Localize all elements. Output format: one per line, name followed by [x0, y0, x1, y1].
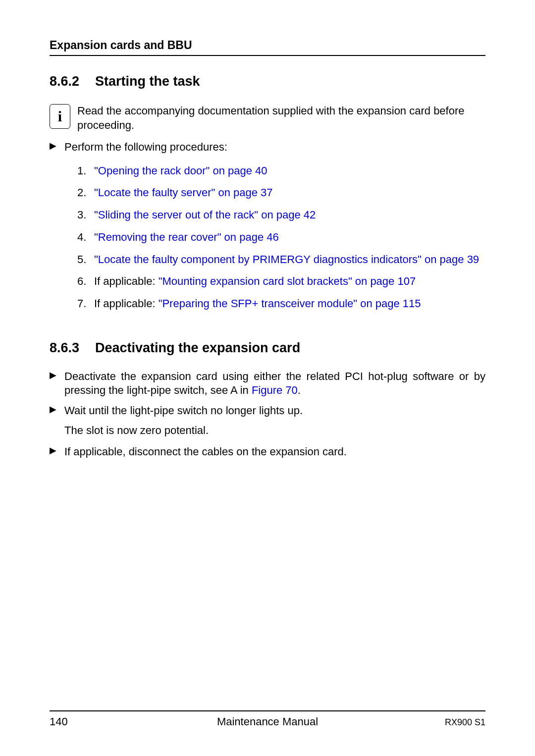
step-disconnect: ▶ If applicable, disconnect the cables o…	[50, 445, 485, 459]
procedure-link[interactable]: "Mounting expansion card slot brackets" …	[159, 275, 416, 287]
procedure-number: 1.	[77, 163, 94, 178]
procedure-number: 5.	[77, 252, 94, 267]
procedure-number: 7.	[77, 296, 94, 311]
info-callout: i Read the accompanying documentation su…	[50, 103, 485, 132]
procedure-link[interactable]: "Preparing the SFP+ transceiver module" …	[159, 297, 421, 310]
procedure-item: 7.If applicable: "Preparing the SFP+ tra…	[77, 296, 485, 311]
step-text: If applicable, disconnect the cables on …	[64, 445, 347, 459]
procedure-item: 5."Locate the faulty component by PRIMER…	[77, 252, 485, 267]
procedure-link[interactable]: "Opening the rack door" on page 40	[94, 164, 268, 177]
procedure-number: 6.	[77, 274, 94, 289]
procedure-intro: ▶ Perform the following procedures:	[50, 140, 485, 155]
step-text: Wait until the light-pipe switch no long…	[64, 404, 303, 418]
procedure-number: 2.	[77, 185, 94, 200]
procedure-link[interactable]: "Sliding the server out of the rack" on …	[94, 209, 316, 221]
header-rule	[50, 55, 485, 56]
procedure-body: If applicable: "Preparing the SFP+ trans…	[94, 296, 485, 311]
procedure-item: 2."Locate the faulty server" on page 37	[77, 185, 485, 200]
footer-rule	[50, 710, 485, 711]
procedure-number: 4.	[77, 230, 94, 245]
section-number: 8.6.3	[50, 340, 95, 356]
procedure-item: 3."Sliding the server out of the rack" o…	[77, 208, 485, 222]
section-title: Deactivating the expansion card	[95, 340, 300, 356]
procedure-number: 3.	[77, 208, 94, 222]
procedure-body: "Removing the rear cover" on page 46	[94, 230, 485, 245]
procedure-list: 1."Opening the rack door" on page 402."L…	[77, 163, 485, 311]
section-heading-862: 8.6.2 Starting the task	[50, 74, 485, 89]
procedure-item: 4."Removing the rear cover" on page 46	[77, 230, 485, 245]
page-footer: 140 Maintenance Manual RX900 S1	[50, 710, 485, 728]
figure-70-link[interactable]: Figure 70	[252, 384, 298, 396]
step-wait: ▶ Wait until the light-pipe switch no lo…	[50, 404, 485, 418]
section-heading-863: 8.6.3 Deactivating the expansion card	[50, 340, 485, 356]
procedure-prefix: If applicable:	[94, 275, 159, 287]
procedure-body: If applicable: "Mounting expansion card …	[94, 274, 485, 289]
procedure-link[interactable]: "Locate the faulty server" on page 37	[94, 186, 273, 199]
procedure-link[interactable]: "Locate the faulty component by PRIMERGY…	[94, 253, 479, 266]
step-deactivate: ▶ Deactivate the expansion card using ei…	[50, 370, 485, 398]
step-post: .	[298, 384, 301, 396]
step-wait-sub: The slot is now zero potential.	[64, 424, 485, 438]
intro-text: Perform the following procedures:	[64, 140, 227, 155]
procedure-body: "Sliding the server out of the rack" on …	[94, 208, 485, 222]
procedure-body: "Opening the rack door" on page 40	[94, 163, 485, 178]
page-header-title: Expansion cards and BBU	[50, 39, 485, 52]
procedure-body: "Locate the faulty server" on page 37	[94, 185, 485, 200]
procedure-item: 1."Opening the rack door" on page 40	[77, 163, 485, 178]
procedure-item: 6.If applicable: "Mounting expansion car…	[77, 274, 485, 289]
procedure-link[interactable]: "Removing the rear cover" on page 46	[94, 231, 279, 243]
bullet-icon: ▶	[50, 404, 64, 418]
procedure-body: "Locate the faulty component by PRIMERGY…	[94, 252, 485, 267]
section-title: Starting the task	[95, 74, 200, 89]
procedure-prefix: If applicable:	[94, 297, 159, 310]
info-text: Read the accompanying documentation supp…	[77, 103, 485, 132]
step-text: Deactivate the expansion card using eith…	[64, 370, 485, 398]
bullet-icon: ▶	[50, 445, 64, 459]
section-number: 8.6.2	[50, 74, 95, 89]
bullet-icon: ▶	[50, 370, 64, 398]
bullet-icon: ▶	[50, 140, 64, 155]
info-icon: i	[50, 104, 70, 129]
footer-title: Maintenance Manual	[50, 715, 485, 728]
